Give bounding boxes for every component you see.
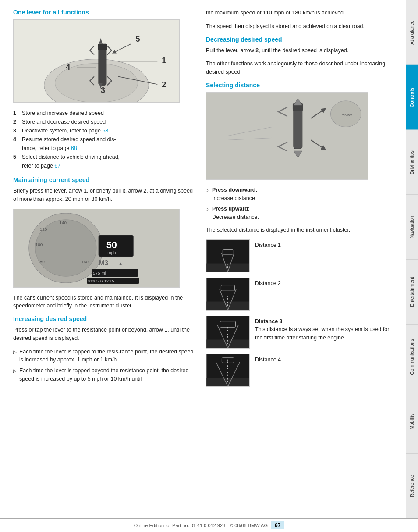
svg-text:3: 3	[101, 86, 105, 95]
section-decreasing-body2: The other functions work analogously to …	[206, 60, 397, 76]
footer-text: Online Edition for Part no. 01 41 0 012 …	[134, 523, 268, 528]
distance-item-2: Distance 2	[206, 278, 397, 311]
distance-1-image	[206, 239, 250, 272]
svg-rect-3	[99, 46, 106, 85]
section1-title: One lever for all functions	[13, 9, 197, 16]
list-item-3: 3 Deactivate system, refer to page 68	[13, 126, 197, 135]
list-item-2: 2 Store and decrease desired speed	[13, 118, 197, 126]
svg-text:4: 4	[66, 63, 70, 71]
distance-2-image	[206, 278, 250, 311]
sidebar-tabs: At a glance Controls Driving tips Naviga…	[406, 0, 418, 518]
continued-text2: The speed then displayed is stored and a…	[206, 22, 397, 31]
distance-4-image	[206, 354, 250, 387]
section2-title: Maintaining current speed	[13, 176, 197, 183]
speed-diagram: 140 120 100 80 160 50 mph M3 ▲ 575 mi	[13, 209, 180, 288]
lever-diagram: 5 1 2 4 3	[13, 19, 180, 103]
tab-communications[interactable]: Communications	[406, 324, 418, 389]
distance-3-label: Distance 3 This distance is always set w…	[255, 316, 397, 342]
distance-1-label: Distance 1	[255, 239, 281, 250]
tab-controls[interactable]: Controls	[406, 65, 418, 130]
bullet-item-2: Each time the lever is tapped beyond the…	[13, 367, 197, 383]
bullet-item-1: Each time the lever is tapped to the res…	[13, 348, 197, 364]
tab-at-a-glance[interactable]: At a glance	[406, 0, 418, 65]
svg-text:M3: M3	[99, 259, 108, 267]
left-column: One lever for all functions 5 1 2	[13, 9, 197, 514]
distance-2-label: Distance 2	[255, 278, 281, 288]
tab-reference[interactable]: Reference	[406, 453, 418, 518]
continued-text: the maximum speed of 110 mph or 180 km/h…	[206, 9, 397, 17]
tab-navigation[interactable]: Navigation	[406, 194, 418, 259]
tab-mobility[interactable]: Mobility	[406, 389, 418, 454]
svg-text:5: 5	[136, 34, 140, 43]
distance-bullets: Press downward:Increase distance Press u…	[206, 186, 397, 221]
section3-body: Press or tap the lever to the resistance…	[13, 326, 197, 343]
svg-text:mph: mph	[107, 250, 116, 255]
distance-body: The selected distance is displayed in th…	[206, 226, 397, 234]
svg-text:160: 160	[81, 259, 89, 264]
svg-text:BMW: BMW	[341, 112, 352, 117]
svg-text:575 mi: 575 mi	[93, 271, 106, 275]
list-item-4: 4 Resume stored desired speed and dis-ta…	[13, 135, 197, 153]
list-item-1: 1 Store and increase desired speed	[13, 109, 197, 118]
distance-item-3: Distance 3 This distance is always set w…	[206, 316, 397, 349]
section-decreasing-title: Decreasing desired speed	[206, 36, 397, 43]
svg-text:2: 2	[162, 80, 166, 89]
distance-bullet-1: Press downward:Increase distance	[206, 186, 397, 203]
page-number: 67	[271, 521, 284, 529]
svg-text:140: 140	[59, 220, 67, 225]
svg-text:100: 100	[35, 242, 43, 247]
svg-text:80: 80	[40, 259, 45, 264]
page-footer: Online Edition for Part no. 01 41 0 012 …	[0, 518, 418, 532]
increasing-speed-bullets: Each time the lever is tapped to the res…	[13, 348, 197, 383]
distance-bullet-2: Press upward:Decrease distance.	[206, 205, 397, 221]
distance-item-1: Distance 1	[206, 239, 397, 272]
distance-4-label: Distance 4	[255, 354, 281, 364]
numbered-list: 1 Store and increase desired speed 2 Sto…	[13, 109, 197, 170]
section-decreasing-body: Pull the lever, arrow 2, until the desir…	[206, 46, 397, 55]
svg-text:120: 120	[40, 227, 47, 232]
list-item-5: 5 Select distance to vehicle driving ahe…	[13, 153, 197, 170]
section2-body: Briefly press the lever, arrow 1, or bri…	[13, 187, 197, 204]
tab-driving-tips[interactable]: Driving tips	[406, 130, 418, 195]
svg-text:▲: ▲	[118, 261, 123, 266]
distance-diagram: BMW	[206, 92, 368, 180]
section2-body2: The car's current speed is stored and ma…	[13, 294, 197, 311]
tab-entertainment[interactable]: Entertainment	[406, 259, 418, 324]
distance-item-4: Distance 4	[206, 354, 397, 387]
svg-text:50: 50	[106, 239, 117, 250]
svg-rect-4	[98, 43, 107, 50]
svg-rect-36	[294, 105, 302, 149]
svg-text:1: 1	[162, 56, 166, 65]
distance-3-image	[206, 316, 250, 349]
right-column: the maximum speed of 110 mph or 180 km/h…	[206, 9, 397, 514]
svg-text:032050 • 123.5: 032050 • 123.5	[88, 279, 114, 283]
section-distance-title: Selecting distance	[206, 82, 397, 89]
section3-title: Increasing desired speed	[13, 315, 197, 322]
